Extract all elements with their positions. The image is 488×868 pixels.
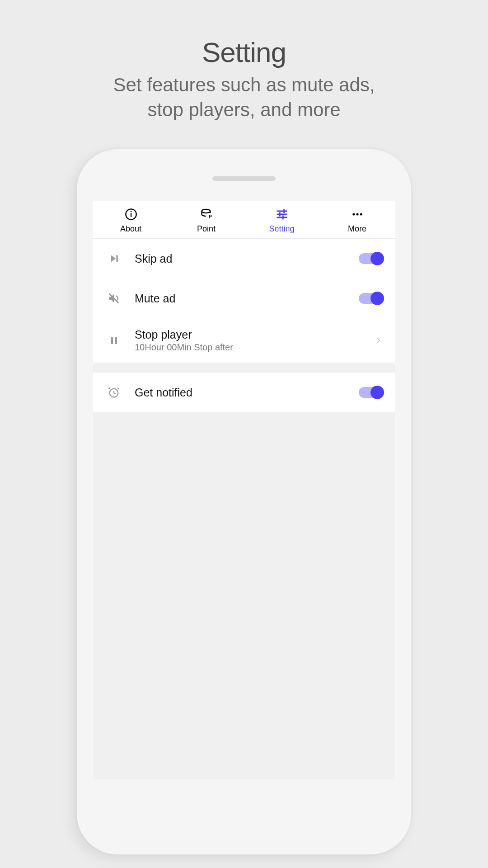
setting-skip-ad[interactable]: Skip ad [93,239,395,278]
setting-get-notified-label: Get notified [135,386,359,399]
settings-group-1: Skip ad Mute ad [93,239,395,363]
settings-list: Skip ad Mute ad [93,239,395,412]
svg-rect-16 [111,337,113,344]
svg-point-3 [202,209,210,213]
svg-text:P: P [208,214,211,220]
subtitle-line-1: Set features such as mute ads, [113,74,375,95]
pause-icon [103,335,125,346]
more-horizontal-icon [350,207,365,222]
setting-skip-ad-text: Skip ad [125,252,359,265]
svg-rect-17 [115,337,117,344]
coin-stack-icon: P [200,207,213,222]
toggle-skip-ad[interactable] [359,253,382,264]
tab-about[interactable]: About [93,201,169,238]
setting-mute-ad-text: Mute ad [125,292,359,305]
setting-mute-ad-label: Mute ad [135,292,359,305]
tab-setting[interactable]: Setting [244,201,319,238]
setting-get-notified-text: Get notified [125,386,359,399]
toggle-get-notified[interactable] [359,387,382,398]
skip-next-icon [103,253,125,264]
tab-label-point: Point [197,224,216,234]
page-subtitle: Set features such as mute ads, stop play… [0,73,488,122]
phone-screen: About P Point Setting More [93,201,395,779]
tab-more[interactable]: More [319,201,395,238]
setting-stop-player-sub: 10Hour 00Min Stop after [135,342,374,353]
tab-label-setting: Setting [269,224,294,234]
toggle-mute-ad[interactable] [359,293,382,304]
phone-frame: About P Point Setting More [77,149,411,854]
setting-get-notified[interactable]: Get notified [93,373,395,412]
settings-group-2: Get notified [93,373,395,412]
setting-mute-ad[interactable]: Mute ad [93,278,395,318]
alarm-clock-icon [103,386,125,399]
svg-rect-14 [116,255,117,262]
setting-stop-player[interactable]: Stop player 10Hour 00Min Stop after [93,318,395,363]
setting-stop-player-label: Stop player [135,328,374,341]
tab-bar: About P Point Setting More [93,201,395,239]
info-icon [125,207,137,222]
svg-point-11 [352,213,355,216]
page-title: Setting [0,36,488,68]
volume-off-icon [103,292,125,305]
tab-label-more: More [348,224,366,234]
tab-label-about: About [120,224,141,234]
tab-point[interactable]: P Point [169,201,244,238]
svg-point-2 [130,211,131,212]
svg-point-12 [356,213,358,216]
setting-skip-ad-label: Skip ad [135,252,359,265]
subtitle-line-2: stop players, and more [147,99,340,120]
sliders-icon [276,207,288,222]
promo-header: Setting Set features such as mute ads, s… [0,0,488,122]
chevron-right-icon [374,336,382,344]
svg-point-13 [360,213,362,216]
setting-stop-player-text: Stop player 10Hour 00Min Stop after [125,328,374,353]
phone-speaker [212,176,276,181]
